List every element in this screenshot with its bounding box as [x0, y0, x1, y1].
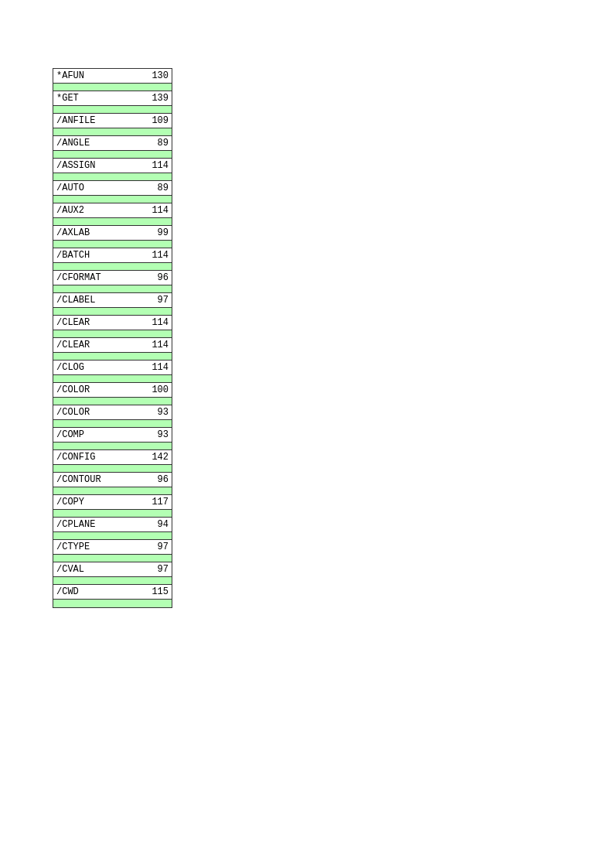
- row-spacer: [53, 128, 172, 136]
- table-row: /CLEAR114: [53, 316, 172, 330]
- table-row: /CONFIG142: [53, 450, 172, 465]
- row-name: /ANGLE: [56, 138, 141, 149]
- row-name: /COMP: [56, 429, 141, 440]
- row-spacer: [53, 420, 172, 428]
- row-number: 114: [141, 160, 169, 171]
- table-row: /COMP93: [53, 428, 172, 443]
- row-spacer: [53, 555, 172, 562]
- table-row: /CONTOUR96: [53, 473, 172, 487]
- row-spacer: [53, 173, 172, 181]
- row-spacer: [53, 285, 172, 293]
- row-name: /CWD: [56, 586, 141, 597]
- table-row: /AUX2114: [53, 203, 172, 218]
- row-spacer: [53, 443, 172, 450]
- row-name: /CONTOUR: [56, 474, 141, 485]
- row-number: 114: [141, 250, 169, 261]
- row-name: /CFORMAT: [56, 272, 141, 283]
- row-name: /COPY: [56, 497, 141, 507]
- row-number: 114: [141, 205, 169, 216]
- table-row: /BATCH114: [53, 248, 172, 263]
- row-spacer: [53, 241, 172, 248]
- row-number: 99: [141, 227, 169, 238]
- table-row: /AUTO89: [53, 181, 172, 196]
- row-number: 89: [141, 138, 169, 149]
- table-row: /CVAL97: [53, 562, 172, 577]
- row-spacer: [53, 151, 172, 159]
- row-number: 139: [141, 93, 169, 104]
- main-table: *AFUN130*GET139/ANFILE109/ANGLE89/ASSIGN…: [53, 68, 172, 608]
- row-name: /AUX2: [56, 205, 141, 216]
- row-number: 100: [141, 384, 169, 395]
- table-row: /ASSIGN114: [53, 159, 172, 173]
- row-spacer: [53, 106, 172, 114]
- row-name: /CLEAR: [56, 317, 141, 328]
- row-number: 96: [141, 474, 169, 485]
- row-name: /AUTO: [56, 183, 141, 193]
- row-spacer: [53, 532, 172, 540]
- row-name: /CTYPE: [56, 542, 141, 552]
- row-number: 97: [141, 542, 169, 552]
- row-number: 114: [141, 362, 169, 373]
- table-row: /COPY117: [53, 495, 172, 510]
- row-number: 93: [141, 407, 169, 418]
- row-spacer: [53, 330, 172, 338]
- row-number: 97: [141, 564, 169, 575]
- row-spacer: [53, 218, 172, 226]
- row-spacer: [53, 510, 172, 518]
- row-name: /CLEAR: [56, 340, 141, 350]
- row-spacer: [53, 577, 172, 585]
- row-name: /BATCH: [56, 250, 141, 261]
- row-spacer: [53, 196, 172, 203]
- row-number: 142: [141, 452, 169, 463]
- table-row: /CLABEL97: [53, 293, 172, 308]
- row-name: /ASSIGN: [56, 160, 141, 171]
- row-spacer: [53, 308, 172, 316]
- table-row: /ANGLE89: [53, 136, 172, 151]
- row-number: 89: [141, 183, 169, 193]
- row-number: 94: [141, 519, 169, 530]
- row-number: 109: [141, 115, 169, 126]
- row-number: 96: [141, 272, 169, 283]
- table-row: /CLOG114: [53, 361, 172, 375]
- table-row: /CTYPE97: [53, 540, 172, 555]
- row-name: /COLOR: [56, 407, 141, 418]
- row-name: /CPLANE: [56, 519, 141, 530]
- table-row: /CWD115: [53, 585, 172, 600]
- table-row: /CPLANE94: [53, 518, 172, 532]
- row-number: 114: [141, 340, 169, 350]
- row-name: /AXLAB: [56, 227, 141, 238]
- row-spacer: [53, 263, 172, 271]
- row-name: *AFUN: [56, 70, 141, 81]
- table-row: /COLOR93: [53, 405, 172, 420]
- table-row: /AXLAB99: [53, 226, 172, 241]
- table-row: *GET139: [53, 91, 172, 106]
- row-spacer: [53, 398, 172, 405]
- row-number: 115: [141, 586, 169, 597]
- row-name: /COLOR: [56, 384, 141, 395]
- row-spacer: [53, 353, 172, 361]
- row-spacer: [53, 375, 172, 383]
- row-number: 117: [141, 497, 169, 507]
- row-name: /CVAL: [56, 564, 141, 575]
- row-name: /ANFILE: [56, 115, 141, 126]
- table-row: /ANFILE109: [53, 114, 172, 128]
- row-spacer: [53, 84, 172, 91]
- table-row: *AFUN130: [53, 69, 172, 84]
- table-row: /CLEAR114: [53, 338, 172, 353]
- row-number: 93: [141, 429, 169, 440]
- row-spacer: [53, 487, 172, 495]
- row-name: /CLOG: [56, 362, 141, 373]
- table-row: /COLOR100: [53, 383, 172, 398]
- table-row: /CFORMAT96: [53, 271, 172, 285]
- row-spacer: [53, 465, 172, 473]
- row-number: 114: [141, 317, 169, 328]
- row-name: *GET: [56, 93, 141, 104]
- row-name: /CLABEL: [56, 295, 141, 306]
- row-name: /CONFIG: [56, 452, 141, 463]
- row-spacer: [53, 600, 172, 607]
- row-number: 130: [141, 70, 169, 81]
- row-number: 97: [141, 295, 169, 306]
